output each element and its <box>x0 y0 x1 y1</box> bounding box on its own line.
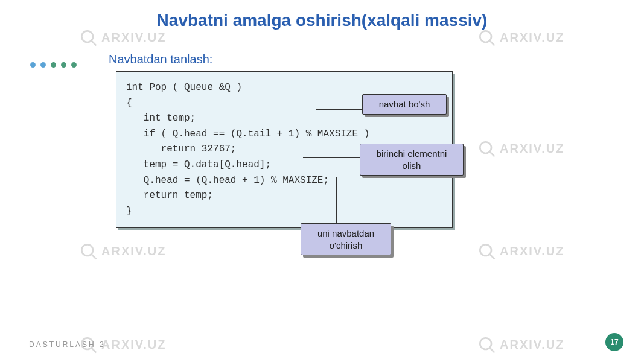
callout-text: uni navbatdan <box>317 228 374 238</box>
svg-point-0 <box>81 31 93 42</box>
watermark: ARXIV.UZ <box>477 335 565 354</box>
callout-birinchi-elementni: birinchi elementni olish <box>360 144 464 176</box>
dot <box>71 62 77 68</box>
watermark: ARXIV.UZ <box>477 139 565 158</box>
svg-line-9 <box>489 254 494 259</box>
callout-connector <box>336 177 337 226</box>
callout-uni-navbatdan: uni navbatdan o'chirish <box>301 223 391 255</box>
decorative-dots <box>30 62 77 68</box>
svg-point-4 <box>480 142 491 153</box>
callout-navbat-bosh: navbat bo'sh <box>362 94 447 115</box>
watermark: ARXIV.UZ <box>78 28 167 47</box>
footer-text: DASTURLASH 2 <box>29 340 106 349</box>
svg-point-2 <box>480 31 491 42</box>
watermark: ARXIV.UZ <box>78 241 167 261</box>
callout-connector <box>303 157 362 158</box>
dot <box>30 62 36 68</box>
watermark: ARXIV.UZ <box>477 28 565 47</box>
svg-line-5 <box>489 151 494 156</box>
callout-text: navbat bo'sh <box>379 99 430 109</box>
svg-point-12 <box>480 338 491 349</box>
svg-line-7 <box>91 254 96 259</box>
svg-line-3 <box>489 40 494 45</box>
footer-divider <box>29 334 596 334</box>
callout-text: birinchi elementni <box>377 148 447 159</box>
svg-point-6 <box>81 244 93 256</box>
svg-line-13 <box>489 348 494 352</box>
callout-text: olish <box>403 160 421 171</box>
page-number-badge: 17 <box>605 333 623 351</box>
dot <box>61 62 66 68</box>
callout-connector <box>316 109 365 110</box>
callout-text: o'chirish <box>330 240 363 250</box>
watermark: ARXIV.UZ <box>477 241 565 261</box>
svg-point-8 <box>480 244 491 256</box>
section-subtitle: Navbatdan tanlash: <box>109 52 212 66</box>
dot <box>51 62 56 68</box>
svg-line-1 <box>91 40 96 45</box>
slide-title: Navbatni amalga oshirish(xalqali massiv) <box>0 11 644 30</box>
dot <box>40 62 46 68</box>
